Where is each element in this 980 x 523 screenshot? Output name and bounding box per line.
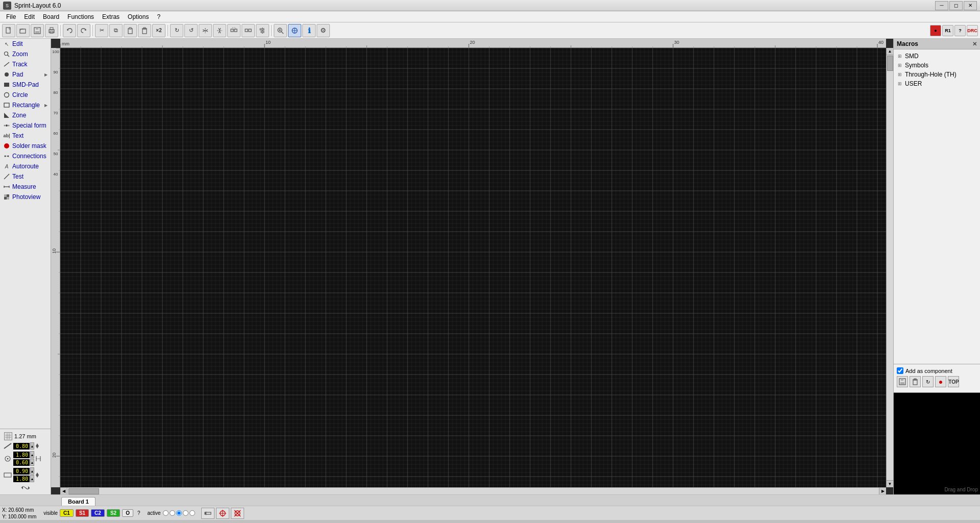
menu-board[interactable]: Board [39,11,63,22]
scale-x2-button[interactable]: ×2 [152,24,165,37]
radio-s2[interactable] [183,510,188,516]
svg-rect-19 [249,29,251,32]
sidebar-item-pad[interactable]: Pad ▶ [0,69,51,80]
add-as-component-label: Add as component [905,368,952,374]
layer-target-button[interactable] [216,508,229,519]
pad-outer-inc[interactable]: ▲ [30,451,34,458]
svg-point-41 [4,143,9,148]
restore-button[interactable]: ◻ [949,1,963,10]
settings-button[interactable]: ⚙ [317,24,330,37]
scroll-thumb-h[interactable] [68,488,99,494]
layer-s1-chip[interactable]: S1 [76,509,89,517]
pcb-canvas[interactable] [60,48,886,487]
mirror-h-button[interactable] [199,24,212,37]
smd-width-inc[interactable]: ▲ [30,467,34,475]
sidebar-item-solder-mask[interactable]: Solder mask [0,141,51,151]
tree-item-symbols[interactable]: ⊞ Symbols [896,61,978,70]
menu-extras[interactable]: Extras [98,11,124,22]
sidebar-item-photoview[interactable]: Photoview [0,192,51,202]
autoroute-icon: A [3,163,10,170]
open-button[interactable] [16,24,30,37]
svg-text:mm: mm [62,41,69,46]
help-toolbar-button[interactable]: ? [954,25,966,36]
board-tab-1[interactable]: Board 1 [61,497,95,506]
menu-help[interactable]: ? [153,11,164,22]
radio-c1[interactable] [163,510,169,516]
horizontal-scrollbar[interactable]: ◀ ▶ [60,487,886,494]
scroll-up-button[interactable]: ▲ [887,48,893,55]
sidebar-item-track[interactable]: Track [0,59,51,69]
layer-c2-chip[interactable]: C2 [91,509,105,517]
sidebar-item-zoom[interactable]: Zoom [0,49,51,59]
rotate-cw-button[interactable]: ↻ [170,24,183,37]
rotate-ccw-button[interactable]: ↺ [184,24,198,37]
canvas-area[interactable]: mm 102030405060708090100110120130 102030… [51,39,893,494]
comp-delete-button[interactable] [910,376,921,387]
ungroup-button[interactable] [242,24,255,37]
menu-functions[interactable]: Functions [63,11,98,22]
align-button[interactable] [256,24,269,37]
add-as-component-checkbox[interactable] [897,367,903,374]
sidebar-item-zone[interactable]: Zone [0,110,51,120]
sidebar-item-connections[interactable]: Connections [0,151,51,161]
comp-save-button[interactable] [897,376,908,387]
scroll-thumb-v[interactable] [887,56,893,71]
new-button[interactable] [2,24,15,37]
sidebar-item-circle[interactable]: Circle [0,90,51,100]
pad-outer-row: 1.80 ▲ 0.60 ▲ [2,451,49,466]
vertical-scrollbar[interactable]: ▲ ▼ [886,48,893,487]
layer-o-chip[interactable]: O [122,509,133,517]
radio-o[interactable] [189,510,195,516]
smd-height-value: 1.80 [13,476,30,482]
sidebar-item-special-form[interactable]: Special form [0,120,51,131]
delete-button[interactable] [138,24,151,37]
tree-item-th[interactable]: ⊞ Through-Hole (TH) [896,70,978,79]
cut-button[interactable]: ✂ [95,24,108,37]
smd-height-inc[interactable]: ▲ [30,475,34,482]
drc-button[interactable]: DRC [967,25,978,36]
r1-button[interactable]: R1 [942,25,953,36]
zoom-in-button[interactable] [274,24,287,37]
sidebar-item-measure[interactable]: Measure [0,182,51,192]
pad-inner-inc[interactable]: ▲ [30,459,34,466]
layer-select-button[interactable] [201,508,214,519]
pad-outer-icon [3,455,12,462]
minimize-button[interactable]: ─ [935,1,948,10]
menu-options[interactable]: Options [124,11,153,22]
track-width-inc[interactable]: ▲ [30,442,34,450]
redo-button[interactable] [77,24,90,37]
sidebar-item-rectangle[interactable]: Rectangle ▶ [0,100,51,110]
sidebar-item-test[interactable]: Test [0,171,51,182]
sidebar-item-text[interactable]: ab| Text [0,131,51,141]
mirror-v-button[interactable] [213,24,226,37]
scroll-left-button[interactable]: ◀ [60,488,67,494]
scroll-down-button[interactable]: ▼ [887,480,893,487]
comp-circle-red-button[interactable]: ● [935,376,946,387]
print-button[interactable] [45,24,58,37]
tree-item-user[interactable]: ⊞ USER [896,79,978,88]
grid-display[interactable]: 1.27 mm [2,431,49,441]
scroll-right-button[interactable]: ▶ [879,488,886,494]
sidebar-item-edit[interactable]: ↖ Edit [0,39,51,49]
comp-refresh-button[interactable]: ↻ [922,376,934,387]
macros-close-button[interactable]: ✕ [972,41,977,47]
info-button[interactable]: ℹ [302,24,316,37]
layer-c1-chip[interactable]: C1 [60,509,74,517]
copy-button[interactable]: ⧉ [109,24,123,37]
radio-s1[interactable] [170,510,175,516]
paste-button[interactable] [124,24,137,37]
tree-item-smd[interactable]: ⊞ SMD [896,52,978,61]
zoom-fit-button[interactable] [288,24,301,37]
save-button[interactable] [31,24,44,37]
sidebar-item-autoroute[interactable]: A Autoroute [0,161,51,171]
menu-file[interactable]: File [2,11,20,22]
close-button[interactable]: ✕ [964,1,977,10]
undo-button[interactable] [63,24,76,37]
layer-s2-chip[interactable]: S2 [107,509,120,517]
sidebar-item-smd-pad[interactable]: SMD-Pad [0,80,51,90]
radio-c2[interactable] [176,510,182,516]
layer-no-route-button[interactable] [231,508,244,519]
group-button[interactable] [227,24,241,37]
menu-edit[interactable]: Edit [20,11,39,22]
comp-top-button[interactable]: TOP [948,376,959,387]
